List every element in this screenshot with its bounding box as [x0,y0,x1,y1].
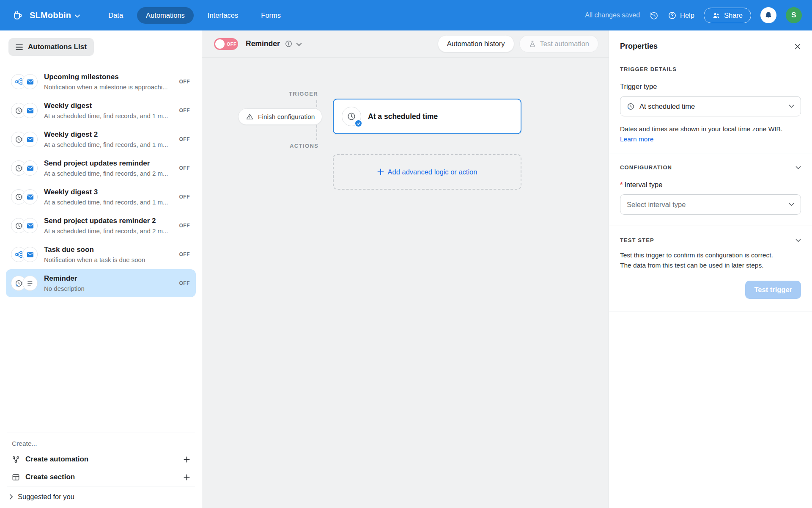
trigger-type-select[interactable]: At scheduled time [620,96,801,116]
status-badge: OFF [179,79,190,85]
user-avatar[interactable]: S [786,7,802,23]
automation-description: At a scheduled time, find records, and 1… [44,199,174,206]
interval-type-placeholder: Select interval type [627,201,686,209]
status-badge: OFF [179,108,190,113]
plus-icon[interactable] [184,474,190,480]
envelope-icon [22,218,38,233]
chevron-down-icon [789,203,794,206]
automation-title: Weekly digest [44,102,174,110]
create-automation-button[interactable]: Create automation [0,450,202,468]
chevron-down-icon[interactable] [75,14,80,18]
nav-tab-automations[interactable]: Automations [137,7,194,24]
envelope-icon [22,189,38,204]
finish-configuration-chip[interactable]: Finish configuration [238,108,322,125]
app-logo-coffee-cup-icon[interactable] [10,8,25,23]
list-item-weekly-digest-3[interactable]: Weekly digest 3At a scheduled time, find… [6,183,196,211]
test-trigger-button[interactable]: Test trigger [745,281,801,299]
toggle-state-label: OFF [227,41,236,47]
list-icon [22,276,38,291]
create-section-label: Create... [0,433,202,450]
automation-title: Weekly digest 2 [44,130,174,139]
envelope-icon [22,247,38,262]
status-badge: OFF [179,280,190,286]
chevron-down-icon[interactable] [296,43,302,46]
section-grid-icon [12,473,20,481]
interval-type-select[interactable]: Select interval type [620,194,801,215]
save-status-text: All changes saved [585,11,640,19]
trigger-card-label: At a scheduled time [368,112,438,121]
panel-title: Properties [620,42,658,51]
automation-list: Upcoming milestonesNotification when a m… [0,61,202,433]
automation-history-button[interactable]: Automation history [438,35,514,52]
nav-tab-data[interactable]: Data [99,7,132,24]
status-badge: OFF [179,165,190,171]
share-button[interactable]: Share [704,8,751,23]
suggested-for-you-toggle[interactable]: Suggested for you [0,486,202,508]
list-item-weekly-digest[interactable]: Weekly digestAt a scheduled time, find r… [6,97,196,124]
automation-description: At a scheduled time, find records, and 2… [44,227,174,235]
properties-panel: Properties TRIGGER DETAILS Trigger type … [609,30,812,508]
list-item-reminder-selected[interactable]: ReminderNo description OFF [6,269,196,297]
hamburger-icon [16,44,23,50]
trigger-card-scheduled-time[interactable]: At a scheduled time [333,99,521,134]
list-item-task-due-soon[interactable]: Task due soonNotification when a task is… [6,240,196,268]
trigger-details-heading: TRIGGER DETAILS [620,66,801,72]
automation-title: Upcoming milestones [44,73,174,81]
automation-title: Send project updates reminder [44,159,174,168]
trigger-type-label: Trigger type [620,83,801,91]
actions-section-label: ACTIONS [290,143,318,149]
nav-tab-interfaces[interactable]: Interfaces [199,7,247,24]
clock-icon [342,107,361,126]
check-badge-icon [354,119,362,127]
automation-icon [12,456,20,464]
trigger-section-label: TRIGGER [289,91,318,97]
close-icon[interactable] [794,43,801,50]
create-section-button[interactable]: Create section [0,468,202,486]
envelope-icon [22,160,38,176]
status-badge: OFF [179,223,190,229]
automation-title: Weekly digest 3 [44,188,174,196]
automation-enabled-toggle[interactable]: OFF [214,38,238,50]
status-badge: OFF [179,251,190,257]
envelope-icon [22,132,38,147]
list-item-weekly-digest-2[interactable]: Weekly digest 2At a scheduled time, find… [6,125,196,153]
history-icon[interactable] [649,11,658,20]
list-item-send-project-updates-reminder[interactable]: Send project updates reminderAt a schedu… [6,154,196,182]
automations-list-button[interactable]: Automations List [8,38,94,56]
bell-icon [764,11,773,19]
test-automation-button[interactable]: Test automation [519,35,598,52]
list-item-send-project-updates-reminder-2[interactable]: Send project updates reminder 2At a sche… [6,212,196,240]
timezone-note: Dates and times are shown in your local … [620,124,801,144]
plus-icon [377,168,384,175]
automation-description: At a scheduled time, find records, and 1… [44,141,174,148]
chevron-right-icon [9,494,13,500]
toggle-knob [215,39,225,49]
automation-canvas: OFF Reminder Automation history Test aut… [202,30,609,508]
add-action-button[interactable]: Add advanced logic or action [333,154,521,190]
test-step-note: Test this trigger to confirm its configu… [620,250,801,271]
interval-type-label: *Interval type [620,181,801,189]
plus-icon[interactable] [184,456,190,463]
scheduled-clock-icon [627,102,635,110]
automation-description: At a scheduled time, find records, and 2… [44,170,174,177]
collapse-chevron-icon[interactable] [796,239,801,242]
automation-title: Reminder [44,274,174,283]
status-badge: OFF [179,194,190,200]
list-item-upcoming-milestones[interactable]: Upcoming milestonesNotification when a m… [6,68,196,96]
canvas-header: OFF Reminder Automation history Test aut… [202,30,609,58]
sidebar-footer: Create... Create automation Create secti… [0,433,202,508]
info-icon[interactable] [285,40,293,48]
status-badge: OFF [179,136,190,142]
configuration-heading: CONFIGURATION [620,164,672,171]
automation-title: Send project updates reminder 2 [44,217,174,225]
automation-title-heading[interactable]: Reminder [246,39,280,48]
workspace-name[interactable]: SLMobbin [30,11,71,20]
notifications-button[interactable] [760,7,776,23]
nav-tab-forms[interactable]: Forms [252,7,290,24]
envelope-icon [22,103,38,118]
required-asterisk: * [620,181,623,188]
warning-triangle-icon [246,113,254,121]
help-button[interactable]: Help [668,11,694,20]
collapse-chevron-icon[interactable] [796,166,801,169]
learn-more-link[interactable]: Learn more [620,135,653,143]
